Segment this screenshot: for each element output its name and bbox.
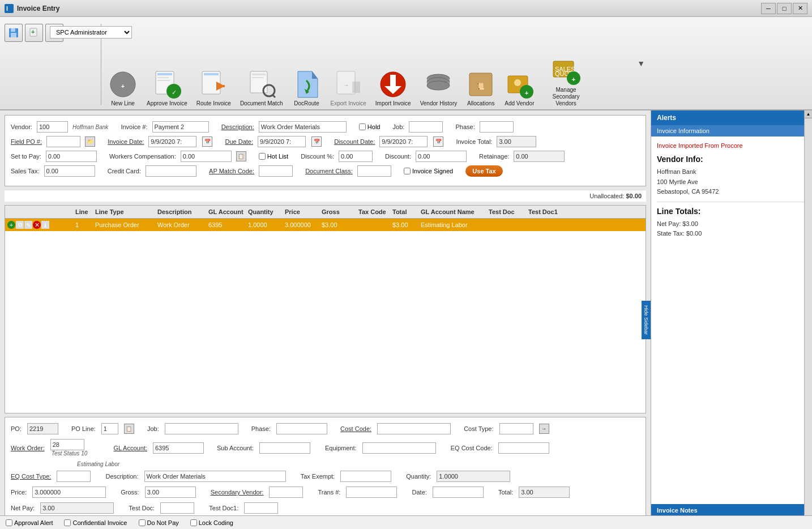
net-pay-detail-input[interactable] — [40, 502, 114, 514]
approval-alert-checkbox[interactable] — [6, 519, 12, 526]
row-add-button[interactable]: + — [7, 221, 15, 229]
eq-cost-code-input[interactable] — [498, 442, 549, 454]
phase-input[interactable] — [480, 121, 514, 133]
lock-coding-checkbox[interactable] — [190, 519, 197, 526]
test-doc-input[interactable] — [160, 502, 194, 514]
vendor-input[interactable] — [37, 121, 68, 133]
cell-taxcode — [356, 224, 390, 226]
equipment-label: Equipment: — [325, 445, 357, 451]
invoice-total-input[interactable] — [497, 136, 536, 147]
price-input[interactable] — [32, 487, 106, 498]
retainage-input[interactable] — [514, 151, 565, 162]
minimize-button[interactable]: ─ — [761, 3, 776, 14]
job-input[interactable] — [409, 121, 443, 133]
scroll-up-button[interactable]: ▲ — [805, 110, 813, 118]
row-copy-button[interactable]: ⧉ — [16, 221, 24, 229]
line-totals-title: Line Totals: — [657, 207, 806, 216]
description-input[interactable] — [259, 121, 347, 133]
bottom-bar: Approval Alert Confidential Invoice Do N… — [0, 515, 812, 529]
trans-num-input[interactable] — [346, 487, 397, 498]
invoice-signed-checkbox[interactable] — [404, 168, 411, 174]
manage-secondary-vendors-button[interactable]: SALES QUOTATION + Manage Secondary Vendo… — [539, 19, 593, 109]
detail-phase-input[interactable] — [276, 423, 327, 434]
total-input[interactable] — [519, 487, 570, 498]
set-to-pay-input[interactable] — [46, 151, 97, 162]
invoice-num-input[interactable] — [152, 121, 209, 133]
date-input[interactable] — [433, 487, 484, 498]
vendor-history-button[interactable]: Vendor History — [416, 19, 462, 109]
docroute-button[interactable]: DocRoute — [287, 19, 326, 109]
hot-list-checkbox[interactable] — [259, 153, 266, 160]
discount-date-input[interactable] — [379, 136, 428, 147]
cost-type-label: Cost Type: — [464, 425, 493, 432]
user-dropdown[interactable]: SPC Administrator — [50, 26, 132, 39]
sidebar-content: Invoice Imported From Procore Vendor Inf… — [651, 136, 812, 326]
gl-account-input[interactable] — [153, 442, 204, 454]
detail-panel: PO: PO Line: 📋 Job: Phase: Cost Code: Co… — [5, 417, 646, 524]
sub-account-input[interactable] — [259, 442, 310, 454]
discount-pct-input[interactable] — [339, 151, 373, 162]
ap-match-code-input[interactable] — [259, 165, 293, 177]
po-line-browse-button[interactable]: 📋 — [124, 424, 134, 434]
work-order-input[interactable] — [50, 439, 84, 450]
approve-invoice-button[interactable]: ✓ Approve Invoice — [142, 19, 192, 109]
due-date-calendar-button[interactable]: 📅 — [311, 136, 322, 147]
document-match-button[interactable]: Document Match — [236, 19, 288, 109]
export-invoice-button[interactable]: → Export Invoice — [326, 19, 370, 109]
invoice-notes-bar[interactable]: Invoice Notes — [651, 504, 812, 517]
invoice-date-input[interactable] — [148, 136, 196, 147]
discount-date-calendar-button[interactable]: 📅 — [433, 136, 443, 147]
row-delete-button[interactable]: ✕ — [33, 221, 41, 229]
quantity-input[interactable] — [437, 471, 510, 482]
work-order-status: Test Status 10 — [52, 450, 88, 457]
import-invoice-button[interactable]: Import Invoice — [371, 19, 416, 109]
allocations-button[interactable]: 📜 Allocations — [461, 19, 500, 109]
new-invoice-button[interactable]: + — [25, 24, 43, 42]
due-date-input[interactable] — [258, 136, 306, 147]
add-vendor-button[interactable]: + Add Vendor — [500, 19, 539, 109]
credit-card-input[interactable] — [146, 165, 196, 177]
unallocated-label: Unallocated: — [589, 193, 624, 199]
hide-sidebar-tab[interactable]: Hide Sidebar — [642, 300, 651, 339]
unallocated-value: $0.00 — [626, 193, 642, 199]
test-doc1-input[interactable] — [244, 502, 278, 514]
po-line-input[interactable] — [101, 423, 118, 434]
maximize-button[interactable]: □ — [777, 3, 792, 14]
gross-input[interactable] — [145, 487, 196, 498]
eq-cost-type-input[interactable] — [57, 471, 91, 482]
field-po-input[interactable] — [46, 136, 80, 147]
close-button[interactable]: ✕ — [793, 3, 807, 14]
invoice-num-label: Invoice #: — [121, 123, 147, 130]
use-tax-button[interactable]: Use Tax — [465, 165, 502, 177]
table-row[interactable]: + ⧉ ✎ ✕ ℹ 1 Purchase Order Work Order 63… — [5, 219, 646, 231]
document-class-input[interactable] — [357, 165, 391, 177]
workers-comp-btn[interactable]: 📋 — [236, 151, 246, 161]
do-not-pay-checkbox[interactable] — [139, 519, 146, 526]
cost-type-browse-button[interactable]: → — [539, 424, 549, 434]
detail-job-input[interactable] — [165, 423, 238, 434]
route-invoice-button[interactable]: Route Invoice — [192, 19, 236, 109]
secondary-vendor-input[interactable] — [269, 487, 303, 498]
detail-description-input[interactable] — [144, 471, 286, 482]
svg-rect-17 — [204, 73, 219, 75]
row-info-button[interactable]: ℹ — [41, 221, 49, 229]
row-edit-button[interactable]: ✎ — [24, 221, 32, 229]
save-button[interactable] — [5, 24, 23, 42]
svg-text:+: + — [121, 83, 125, 89]
discount-input[interactable] — [416, 151, 467, 162]
po-input[interactable] — [27, 423, 58, 434]
field-po-browse-button[interactable]: 📁 — [85, 136, 95, 147]
tax-exempt-input[interactable] — [340, 471, 391, 482]
quantity-label: Quantity: — [406, 473, 431, 480]
cost-code-input[interactable] — [377, 423, 451, 434]
sales-tax-input[interactable] — [44, 165, 95, 177]
hold-checkbox[interactable] — [359, 123, 366, 130]
equipment-input[interactable] — [362, 442, 436, 454]
workers-comp-input[interactable] — [181, 151, 232, 162]
confidential-invoice-checkbox[interactable] — [64, 519, 71, 526]
cost-type-input[interactable] — [499, 423, 533, 434]
net-pay-detail-label: Net Pay: — [11, 505, 35, 511]
invoice-date-label: Invoice Date: — [108, 138, 144, 145]
credit-card-label: Credit Card: — [108, 168, 141, 174]
invoice-date-calendar-button[interactable]: 📅 — [202, 136, 212, 147]
